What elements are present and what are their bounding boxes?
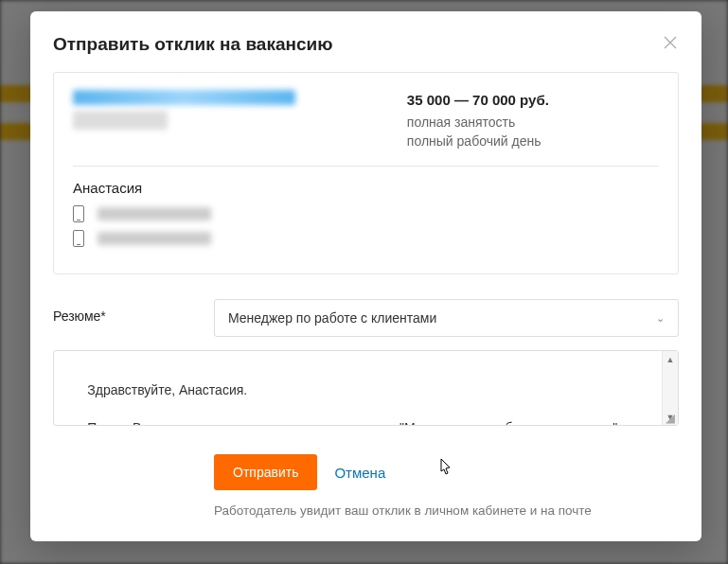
contact-phone-row-1 xyxy=(73,205,659,222)
hint-text: Работодатель увидит ваш отклик в личном … xyxy=(53,503,679,518)
resize-handle[interactable]: ◢ xyxy=(666,413,677,424)
submit-button[interactable]: Отправить xyxy=(214,454,317,490)
cover-letter-textarea[interactable]: Здравствуйте, Анастасия. Прошу Вас рассм… xyxy=(53,350,679,426)
chevron-down-icon: ⌄ xyxy=(656,312,665,325)
phone-icon xyxy=(73,205,84,222)
contact-name: Анастасия xyxy=(73,180,659,196)
resume-label: Резюме* xyxy=(53,299,195,337)
cancel-button[interactable]: Отмена xyxy=(334,465,385,481)
modal-header: Отправить отклик на вакансию xyxy=(53,34,679,55)
salary-text: 35 000 — 70 000 руб. xyxy=(407,90,659,111)
modal-title: Отправить отклик на вакансию xyxy=(53,34,332,55)
contact-phone-row-2 xyxy=(73,230,659,247)
vacancy-title-area xyxy=(73,90,388,150)
resume-selected-value: Менеджер по работе с клиентами xyxy=(228,310,436,326)
close-button[interactable] xyxy=(662,34,679,54)
scroll-up-icon[interactable]: ▲ xyxy=(663,351,678,367)
apply-modal: Отправить отклик на вакансию 35 000 — 70… xyxy=(30,11,701,541)
resume-select[interactable]: Менеджер по работе с клиентами ⌄ xyxy=(214,299,679,337)
schedule-text: полный рабочий день xyxy=(407,132,659,150)
vacancy-info-box: 35 000 — 70 000 руб. полная занятость по… xyxy=(53,72,679,274)
employment-text: полная занятость xyxy=(407,113,659,132)
phone-icon xyxy=(73,230,84,247)
